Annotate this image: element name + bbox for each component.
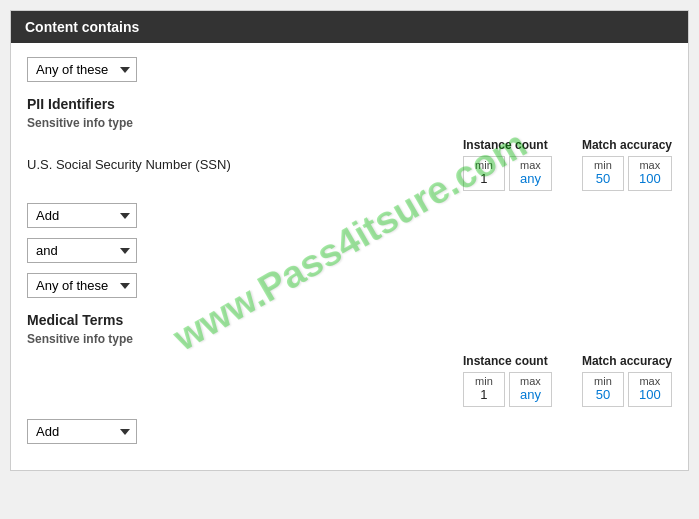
section2-instance-count-min-label: min	[475, 375, 493, 387]
section1-match-accuracy-min-label: min	[594, 159, 612, 171]
section1-title: PII Identifiers	[27, 96, 672, 112]
section1-instance-count-max-box: max any	[509, 156, 552, 191]
section1-match-accuracy-label: Match accuracy	[582, 138, 672, 152]
section1-type-name: U.S. Social Security Number (SSN)	[27, 157, 455, 172]
section2-instance-count-label: Instance count	[463, 354, 548, 368]
section2-instance-count-minmax: min 1 max any	[463, 372, 552, 407]
section1-match-accuracy-group: Match accuracy min 50 max 100	[582, 138, 672, 191]
section2-type-row: Instance count min 1 max any	[27, 354, 672, 407]
section2-match-accuracy-max-box: max 100	[628, 372, 672, 407]
section1-count-accuracy-group: Instance count min 1 max any	[463, 138, 672, 191]
section2-instance-count-max-label: max	[520, 375, 541, 387]
medical-terms-section: Medical Terms Sensitive info type Instan…	[27, 312, 672, 407]
section1-type-row: U.S. Social Security Number (SSN) Instan…	[27, 138, 672, 191]
section1-instance-count-max-label: max	[520, 159, 541, 171]
panel-header: Content contains	[11, 11, 688, 43]
top-select-row: Any of these All of these	[27, 57, 672, 82]
section1-instance-count-max-value: any	[520, 171, 541, 186]
add2-select[interactable]: Add	[27, 419, 137, 444]
section2-match-accuracy-min-value: 50	[596, 387, 610, 402]
section2-instance-count-max-value: any	[520, 387, 541, 402]
add1-row: Add	[27, 203, 672, 228]
add1-select[interactable]: Add	[27, 203, 137, 228]
section1-match-accuracy-minmax: min 50 max 100	[582, 156, 672, 191]
section1-instance-count-min-label: min	[475, 159, 493, 171]
content-contains-panel: www.Pass4itsure.com Content contains Any…	[10, 10, 689, 471]
section1-match-accuracy-min-value: 50	[596, 171, 610, 186]
second-select-row: Any of these All of these	[27, 273, 672, 298]
section1-match-accuracy-min-box: min 50	[582, 156, 624, 191]
second-any-of-these-select[interactable]: Any of these All of these	[27, 273, 137, 298]
header-title: Content contains	[25, 19, 139, 35]
section2-match-accuracy-minmax: min 50 max 100	[582, 372, 672, 407]
section1-match-accuracy-max-value: 100	[639, 171, 661, 186]
section2-title: Medical Terms	[27, 312, 672, 328]
section2-match-accuracy-min-box: min 50	[582, 372, 624, 407]
section1-instance-count-min-box: min 1	[463, 156, 505, 191]
section2-match-accuracy-label: Match accuracy	[582, 354, 672, 368]
pii-identifiers-section: PII Identifiers Sensitive info type U.S.…	[27, 96, 672, 191]
section1-sensitive-info-label: Sensitive info type	[27, 116, 672, 130]
section2-match-accuracy-max-value: 100	[639, 387, 661, 402]
section2-instance-count-max-box: max any	[509, 372, 552, 407]
section2-sensitive-info-label: Sensitive info type	[27, 332, 672, 346]
section2-match-accuracy-min-label: min	[594, 375, 612, 387]
panel-content: Any of these All of these PII Identifier…	[11, 43, 688, 470]
section2-match-accuracy-group: Match accuracy min 50 max 100	[582, 354, 672, 407]
section2-count-accuracy-group: Instance count min 1 max any	[463, 354, 672, 407]
section1-instance-count-label: Instance count	[463, 138, 548, 152]
section2-instance-count-group: Instance count min 1 max any	[463, 354, 552, 407]
section1-match-accuracy-max-box: max 100	[628, 156, 672, 191]
section1-instance-count-minmax: min 1 max any	[463, 156, 552, 191]
add2-row: Add	[27, 419, 672, 444]
section1-match-accuracy-max-label: max	[639, 159, 660, 171]
and-select[interactable]: and or	[27, 238, 137, 263]
section1-instance-count-group: Instance count min 1 max any	[463, 138, 552, 191]
section2-instance-count-min-box: min 1	[463, 372, 505, 407]
section2-instance-count-min-value: 1	[480, 387, 487, 402]
section1-instance-count-min-value: 1	[480, 171, 487, 186]
top-any-of-these-select[interactable]: Any of these All of these	[27, 57, 137, 82]
and-row: and or	[27, 238, 672, 263]
section2-match-accuracy-max-label: max	[639, 375, 660, 387]
